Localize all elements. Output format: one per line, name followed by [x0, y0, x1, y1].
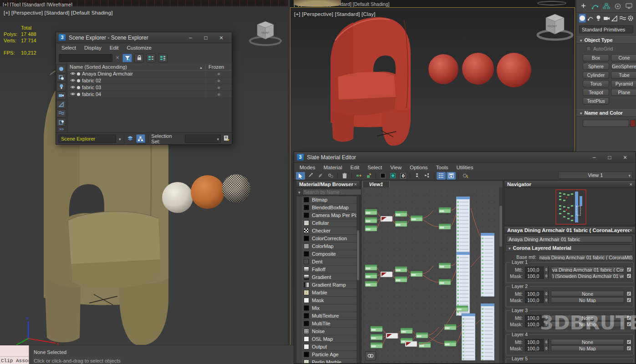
map-item-noise[interactable]: Noise	[302, 328, 356, 335]
object-type-dot-icon[interactable]	[77, 93, 80, 96]
minimize-button[interactable]	[183, 33, 198, 42]
armchair-object-red[interactable]	[331, 17, 411, 146]
layer-2-mask-enable-checkbox[interactable]	[626, 298, 631, 303]
spinner-arrows-icon[interactable]	[544, 339, 548, 345]
map-item-falloff[interactable]: Falloff	[302, 266, 356, 273]
layer-3-mtl-slot-button[interactable]: None	[551, 315, 624, 321]
create-tab-icon[interactable]: +	[579, 2, 588, 11]
layer-2-mtl-slot-button[interactable]: None	[551, 291, 624, 297]
map-item-colormap[interactable]: ColorMap	[302, 243, 356, 250]
map-item-composite[interactable]: Composite	[302, 250, 356, 258]
slate-close-button[interactable]	[617, 153, 633, 162]
filter-spacewarps-icon[interactable]	[56, 109, 66, 118]
lights-category-icon[interactable]	[595, 14, 601, 23]
scene-object-row-anaya-dining-armchair[interactable]: Anaya Dining Armchair	[67, 71, 232, 77]
layer-1-mtl-amount-spinner[interactable]: 100,0	[525, 267, 549, 273]
cameras-category-icon[interactable]	[603, 14, 610, 23]
layer-4-mask-enable-checkbox[interactable]	[626, 346, 631, 351]
spinner-arrows-icon[interactable]	[544, 273, 548, 279]
hierarchy-view-button[interactable]	[136, 134, 146, 143]
slate-titlebar[interactable]: 3 Slate Material Editor	[294, 152, 636, 163]
frozen-cell[interactable]	[205, 71, 232, 76]
slate-maximize-button[interactable]	[602, 153, 617, 162]
map-item-bitmap[interactable]: Bitmap	[302, 196, 356, 204]
explorer-view-combo[interactable]: Scene Explorer	[58, 135, 116, 143]
layer-3-mtl-amount-spinner[interactable]: 100,0	[525, 315, 549, 321]
pick-object-button[interactable]	[326, 172, 335, 180]
filter-helpers-icon[interactable]	[56, 100, 66, 109]
create-tube-button[interactable]: Tube	[611, 71, 636, 79]
layer-4-mask-slot-button[interactable]: No Map	[551, 345, 624, 351]
create-teapot-button[interactable]: Teapot	[583, 89, 609, 96]
scene-search-input[interactable]	[59, 54, 112, 62]
view-combo-arrow-icon[interactable]	[119, 136, 121, 142]
map-item-mask[interactable]: Mask	[302, 297, 356, 304]
layer-1-mask-amount-spinner[interactable]: 100,0	[525, 273, 549, 279]
create-torus-button[interactable]: Torus	[583, 80, 609, 87]
map-item-gradient[interactable]: Gradient	[302, 273, 356, 281]
corona-layered-rollout[interactable]: Corona Layered Material	[505, 244, 633, 252]
menu-item-tools[interactable]: Tools	[436, 165, 448, 170]
filter-geometry-icon[interactable]	[56, 74, 66, 82]
layout-vertical-button[interactable]	[412, 172, 422, 180]
material-id-channel-button[interactable]: 0	[398, 172, 407, 180]
layer-1-mask-enable-checkbox[interactable]	[626, 273, 631, 278]
column-frozen-header[interactable]: Frozen	[205, 64, 232, 70]
motion-tab-icon[interactable]	[613, 2, 622, 11]
map-item-multitexture[interactable]: MultiTexture	[302, 312, 356, 320]
filter-all-icon[interactable]	[56, 65, 66, 73]
layer-1-mtl-enable-checkbox[interactable]	[626, 267, 631, 272]
pick-material-eyedropper-button[interactable]	[306, 172, 315, 180]
object-color-swatch[interactable]	[630, 120, 636, 127]
create-sphere-button[interactable]: Sphere	[583, 63, 609, 70]
move-children-button[interactable]	[354, 172, 363, 180]
layer-3-mask-enable-checkbox[interactable]	[626, 322, 631, 327]
selection-set-combo[interactable]	[185, 135, 221, 143]
menu-item-edit[interactable]: Edit	[110, 45, 119, 51]
map-item-mix[interactable]: Mix	[302, 304, 356, 312]
create-cylinder-button[interactable]: Cylinder	[583, 71, 609, 79]
top-viewport-label[interactable]: [+] [Top] [Standard] [Wireframe]	[3, 2, 72, 6]
spinner-arrows-icon[interactable]	[544, 363, 548, 364]
layer-5-mtl-amount-spinner[interactable]: 100,0	[525, 363, 549, 364]
map-item-perlin-marble[interactable]: Perlin Marble	[302, 359, 356, 363]
create-pyramid-button[interactable]: Pyramid	[611, 80, 636, 87]
systems-category-icon[interactable]	[627, 14, 634, 23]
node-graph-canvas[interactable]	[361, 187, 499, 363]
show-shaded-material-button[interactable]	[388, 172, 397, 180]
create-textplus-button[interactable]: TextPlus	[583, 97, 609, 105]
menu-item-edit[interactable]: Edit	[350, 165, 359, 170]
scene-object-row-fabric-03[interactable]: fabric 03	[67, 84, 232, 91]
object-type-rollout[interactable]: Object Type	[576, 36, 636, 44]
menu-item-select[interactable]: Select	[367, 165, 382, 170]
layer-2-mtl-enable-checkbox[interactable]	[626, 291, 631, 296]
edit-named-selections-icon[interactable]	[224, 135, 229, 142]
layer-4-mtl-enable-checkbox[interactable]	[626, 339, 631, 344]
node-view-scrollbar[interactable]	[499, 187, 503, 363]
map-item-output[interactable]: Output	[302, 343, 356, 351]
table-header-row[interactable]: Name (Sorted Ascending) Frozen	[67, 64, 232, 71]
primitive-category-dropdown[interactable]: Standard Primitives	[579, 25, 633, 33]
column-name-header[interactable]: Name (Sorted Ascending)	[67, 64, 199, 70]
filter-lights-icon[interactable]	[56, 82, 66, 91]
menu-item-modes[interactable]: Modes	[300, 165, 315, 170]
layer-2-mtl-amount-spinner[interactable]: 100,0	[525, 291, 549, 297]
maximize-button[interactable]	[198, 33, 214, 42]
viewport-left-label-menu[interactable]: [+] [Perspective] [Standard] [Default Sh…	[4, 10, 113, 15]
layer-5-mtl-slot-button[interactable]: None	[551, 363, 624, 364]
spinner-arrows-icon[interactable]	[544, 321, 548, 327]
hierarchy-tab-icon[interactable]	[602, 2, 611, 11]
close-button[interactable]	[214, 33, 229, 42]
active-view-dropdown[interactable]: View 1	[558, 172, 633, 179]
layer-3-mask-slot-button[interactable]: No Map	[551, 321, 624, 327]
sphere-red-2[interactable]	[462, 53, 494, 85]
layer-2-mask-amount-spinner[interactable]: 100,0	[525, 297, 549, 303]
view1-tab[interactable]: View1	[362, 181, 390, 187]
map-item-cellular[interactable]: Cellular	[302, 219, 356, 227]
object-type-dot-icon[interactable]	[77, 79, 80, 82]
maxscript-mini-listener[interactable]: Clip Associ	[0, 345, 29, 364]
clear-search-icon[interactable]: ×	[115, 55, 120, 61]
frozen-cell[interactable]	[205, 85, 232, 90]
parameter-editor-toggle[interactable]	[447, 172, 456, 180]
create-geosphere-button[interactable]: GeoSphere	[611, 63, 636, 70]
